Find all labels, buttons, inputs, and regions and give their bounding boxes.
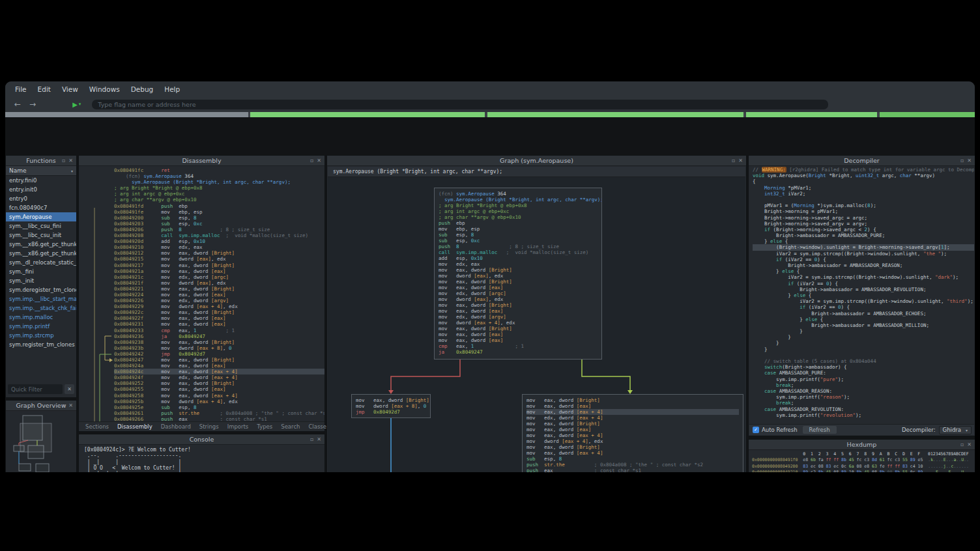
function-item[interactable]: sym.imp.printf: [6, 322, 76, 331]
auto-refresh-checkbox[interactable]: ✓: [753, 427, 759, 433]
code-line[interactable]: sym.imp.printf("revolution");: [753, 412, 974, 418]
tab-types[interactable]: Types: [257, 423, 272, 430]
memory-segment[interactable]: [487, 112, 743, 117]
code-line[interactable]: }: [753, 334, 974, 340]
hexdump-row[interactable]: 0x0000000008049200 83 ec 08 83 ec 0c 6a …: [752, 464, 974, 470]
code-line[interactable]: 0x0804921c mov edx, dword [argc]: [114, 274, 324, 280]
tab-dashboard[interactable]: Dashboard: [161, 423, 191, 430]
menu-file[interactable]: File: [15, 85, 27, 93]
code-line[interactable]: mov eax, dword [Bright]: [526, 444, 739, 450]
close-icon[interactable]: ✕: [317, 158, 321, 163]
code-line[interactable]: Morning *pMVar1;: [753, 185, 974, 191]
code-line[interactable]: push 8 ; 8 ; size_t size: [439, 244, 598, 249]
code-line[interactable]: sym.imp.printf("pure");: [753, 376, 974, 382]
graph-overview-minimap[interactable]: [6, 412, 76, 472]
code-line[interactable]: sym.Aeropause (Bright *Bright, int argc,…: [114, 179, 324, 185]
code-line[interactable]: mov eax, dword [Bright]: [439, 302, 598, 308]
code-line[interactable]: } else {: [753, 238, 974, 244]
function-item[interactable]: sym.register_tm_clones: [6, 340, 76, 349]
menu-edit[interactable]: Edit: [38, 85, 51, 93]
code-line[interactable]: 0x080491fc ret: [114, 167, 324, 173]
code-line[interactable]: 0x08049255 mov eax, dword [eax]: [114, 386, 324, 392]
code-line[interactable]: push eax ; const char *s1: [526, 468, 739, 472]
code-line[interactable]: (fcn) sym.Aeropause 364: [114, 173, 324, 179]
code-line[interactable]: if (iVar2 == 0) {: [753, 257, 974, 262]
function-item[interactable]: sym.imp.__stack_chk_fail: [6, 304, 76, 313]
code-line[interactable]: switch(Bright->ambassador) {: [753, 364, 974, 370]
code-line[interactable]: Bright->ambassador = AMBASSADOR_REASON;: [753, 262, 974, 268]
code-line[interactable]: 0x0804922c mov eax, dword [Bright]: [114, 309, 324, 315]
code-line[interactable]: 0x08049229 mov dword [eax + 4], edx: [114, 304, 324, 309]
function-item[interactable]: sym._init: [6, 276, 76, 285]
code-line[interactable]: mov eax, dword [Bright]: [526, 421, 739, 427]
code-line[interactable]: pMVar1 = (Morning *)sym.imp.malloc(8);: [753, 203, 974, 208]
close-icon[interactable]: ✕: [738, 158, 743, 163]
close-icon[interactable]: ✕: [967, 158, 972, 163]
function-item[interactable]: sym.__libc_csu_init: [6, 231, 76, 240]
function-item[interactable]: sym.imp.__libc_start_main: [6, 294, 76, 304]
basic-block-true-branch[interactable]: mov eax, dword [Bright]mov eax, dword [e…: [522, 394, 743, 472]
code-line[interactable]: }: [753, 340, 974, 346]
code-line[interactable]: mov eax, dword [Bright]: [356, 397, 426, 403]
code-line[interactable]: Bright->ambassador = AMBASSADOR_REVOLUTI…: [753, 287, 974, 292]
code-line[interactable]: push str.the ; 0x804a008 ; "the " ; cons…: [526, 462, 739, 468]
code-line[interactable]: 0x0804920d add esp, 0x10: [114, 238, 324, 244]
code-line[interactable]: ja 0x8049247: [439, 349, 598, 355]
code-line[interactable]: if (iVar2 == 0) {: [753, 304, 974, 310]
memory-segment[interactable]: [250, 112, 485, 117]
code-line[interactable]: Bright->ambassador = AMBASSADOR_MILLION;: [753, 322, 974, 328]
code-line[interactable]: ; arg Bright *Bright @ ebp+0x8: [439, 203, 598, 208]
code-line[interactable]: sub esp, 8: [526, 456, 739, 462]
code-line[interactable]: int32_t iVar2;: [753, 191, 974, 197]
code-line[interactable]: // WARNING: [r2ghidra] Failed to match t…: [753, 167, 974, 173]
menu-view[interactable]: View: [62, 85, 78, 93]
code-line[interactable]: sym.Aeropause (Bright *Bright, int argc,…: [439, 197, 598, 203]
close-icon[interactable]: ✕: [68, 403, 73, 408]
code-line[interactable]: mov edx, eax: [439, 261, 598, 267]
function-item[interactable]: sym.imp.strcmp: [6, 331, 76, 340]
tab-disassembly[interactable]: Disassembly: [117, 423, 152, 430]
undock-icon[interactable]: ▫: [732, 158, 735, 163]
play-dropdown-icon[interactable]: ▾: [79, 102, 81, 107]
code-line[interactable]: add esp, 0x10: [439, 255, 598, 261]
code-line[interactable]: Bright->morning = pMVar1;: [753, 208, 974, 214]
function-item[interactable]: fcn.080490c7: [6, 203, 76, 212]
code-line[interactable]: break;: [753, 418, 974, 419]
function-item[interactable]: sym.__x86.get_pc_thunk.bp: [6, 240, 76, 249]
refresh-button[interactable]: Refresh: [803, 426, 837, 434]
code-line[interactable]: sym.imp.printf("reason");: [753, 394, 974, 400]
code-line[interactable]: case AMBASSADOR_REASON:: [753, 388, 974, 394]
code-line[interactable]: }: [753, 328, 974, 334]
undock-icon[interactable]: ▫: [960, 442, 964, 447]
code-line[interactable]: mov dword [eax], edx: [439, 296, 598, 302]
code-line[interactable]: 0x08049247 mov eax, dword [Bright]: [114, 357, 324, 363]
function-item[interactable]: entry.fini0: [6, 176, 76, 185]
code-line[interactable]: [753, 352, 974, 358]
function-item[interactable]: sym.__libc_csu_fini: [6, 221, 76, 231]
code-line[interactable]: 0x0804921f mov dword [eax], edx: [114, 280, 324, 286]
code-line[interactable]: mov eax, dword [eax + 4]: [526, 432, 739, 438]
tab-imports[interactable]: Imports: [227, 423, 249, 430]
memory-segment[interactable]: [880, 112, 975, 117]
code-line[interactable]: mov dword [eax], edx: [439, 273, 598, 279]
function-item[interactable]: sym.imp.malloc: [6, 313, 76, 322]
function-item[interactable]: sym._dl_relocate_static_pie: [6, 258, 76, 267]
code-line[interactable]: ; arg Bright *Bright @ ebp+0x8: [114, 185, 324, 191]
code-line[interactable]: 0x0804925b mov dword [eax + 4], edx: [114, 399, 324, 404]
code-line[interactable]: } else {: [753, 268, 974, 274]
code-line[interactable]: Bright->morning->saved_argc = argc;: [753, 215, 974, 221]
code-line[interactable]: } else {: [753, 292, 974, 298]
code-line[interactable]: mov eax, dword [Bright]: [439, 326, 598, 332]
code-line[interactable]: mov eax, dword [Bright]: [439, 279, 598, 285]
close-icon[interactable]: ✕: [317, 436, 321, 442]
code-line[interactable]: void sym.Aeropause(Bright *Bright, uint3…: [753, 173, 974, 178]
code-line[interactable]: case AMBASSADOR_PURE:: [753, 370, 974, 376]
code-line[interactable]: mov eax, dword [eax]: [526, 427, 739, 432]
code-line[interactable]: 0x080491fe mov ebp, esp: [114, 209, 324, 215]
code-line[interactable]: mov dword [eax + 4], edx: [439, 320, 598, 326]
code-line[interactable]: (fcn) sym.Aeropause 364: [439, 191, 598, 197]
code-line[interactable]: }: [753, 346, 974, 352]
code-line[interactable]: sub esp, 0xc: [439, 238, 598, 244]
function-item[interactable]: sym.Aeropause: [6, 212, 76, 221]
code-line[interactable]: sub esp, 8: [439, 232, 598, 238]
